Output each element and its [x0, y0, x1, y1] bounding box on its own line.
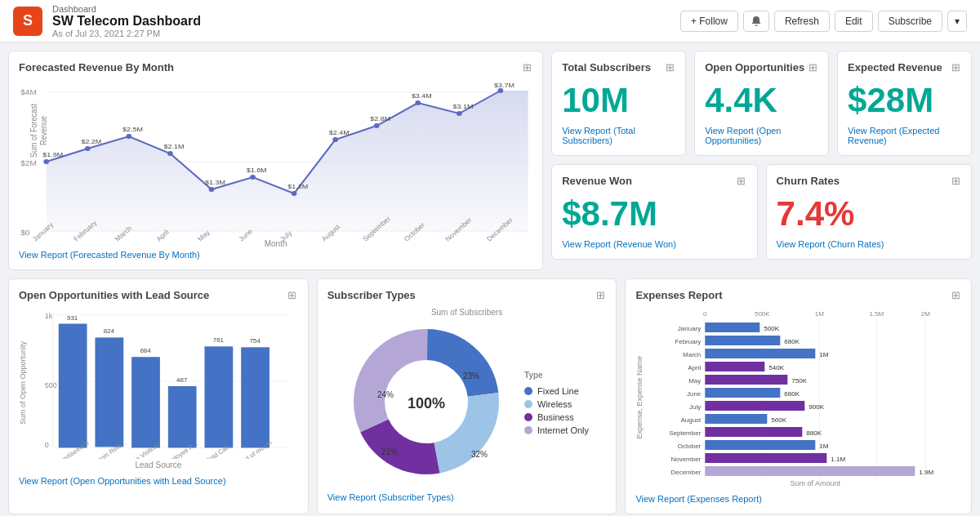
subscriber-types-title: Subscriber Types [327, 289, 607, 301]
svg-point-23 [126, 134, 131, 139]
open-opp-lead-title: Open Opportunities with Lead Source [19, 289, 298, 301]
svg-text:$2.8M: $2.8M [370, 114, 390, 122]
svg-text:754: 754 [249, 337, 261, 345]
svg-marker-8 [47, 91, 528, 231]
expenses-report-card: Expenses Report ⊞ Expense, Expense Name … [625, 278, 972, 514]
svg-rect-94 [706, 336, 781, 345]
y-axis-label: Sum of Open Opportunity [19, 341, 27, 425]
open-opportunities-title: Open Opportunities [705, 61, 818, 73]
app-logo: S [13, 7, 42, 36]
revenue-won-title: Revenue Won [562, 175, 746, 187]
refresh-button[interactable]: Refresh [774, 11, 830, 32]
expected-revenue-view-report[interactable]: View Report (Expected Revenue) [848, 126, 961, 145]
open-opportunities-view-report[interactable]: View Report (Open Opportunities) [705, 126, 818, 145]
svg-text:680K: 680K [785, 338, 800, 345]
expand-icon[interactable]: ⊞ [662, 60, 677, 74]
svg-text:Sum of Forecast: Sum of Forecast [29, 104, 39, 158]
internet-only-label: Internet Only [537, 425, 589, 435]
svg-text:September: September [670, 429, 702, 437]
expected-revenue-title: Expected Revenue [848, 61, 961, 73]
donut-subtitle: Sum of Subscribers [327, 308, 607, 317]
page-title: SW Telecom Dashboard [52, 14, 680, 29]
breadcrumb: Dashboard [52, 4, 680, 14]
svg-text:March: March [683, 351, 701, 358]
notification-button[interactable] [743, 11, 769, 32]
header-actions: + Follow Refresh Edit Subscribe ▾ [680, 11, 967, 32]
forecasted-revenue-view-report[interactable]: View Report (Forecasted Revenue By Month… [19, 250, 532, 260]
svg-rect-124 [706, 466, 915, 476]
svg-text:2M: 2M [921, 310, 930, 318]
expand-icon[interactable]: ⊞ [805, 60, 820, 74]
follow-button[interactable]: + Follow [680, 11, 738, 32]
subscriber-types-card: Subscriber Types ⊞ Sum of Subscribers [317, 278, 617, 514]
svg-text:$1.9M: $1.9M [42, 150, 63, 158]
churn-rates-view-report[interactable]: View Report (Churn Rates) [777, 239, 961, 249]
svg-text:$2.2M: $2.2M [81, 137, 101, 145]
expenses-view-report[interactable]: View Report (Expenses Report) [635, 494, 961, 504]
expand-icon[interactable]: ⊞ [948, 173, 963, 188]
header-title-area: Dashboard SW Telecom Dashboard As of Jul… [52, 4, 680, 38]
svg-point-29 [374, 123, 380, 128]
svg-text:23%: 23% [463, 371, 479, 380]
revenue-won-view-report[interactable]: View Report (Revenue Won) [562, 239, 746, 249]
svg-text:$2.1M: $2.1M [164, 142, 185, 149]
expand-icon[interactable]: ⊞ [285, 287, 300, 302]
svg-point-26 [250, 175, 256, 180]
subscriber-types-view-report[interactable]: View Report (Subscriber Types) [327, 492, 607, 502]
svg-text:January: January [678, 325, 701, 332]
svg-text:November: November [671, 456, 702, 463]
edit-button[interactable]: Edit [835, 11, 873, 32]
forecasted-revenue-chart: $4M $2M $0 Sum of Forecast Revenue [19, 80, 532, 243]
svg-text:1k: 1k [45, 312, 53, 320]
svg-rect-109 [706, 401, 805, 411]
churn-rates-value: 7.4% [777, 195, 961, 233]
bell-icon [751, 16, 762, 27]
forecasted-revenue-card: Forecasted Revenue By Month ⊞ $4M $2M $0… [8, 51, 543, 270]
svg-text:931: 931 [67, 314, 78, 322]
business-label: Business [537, 412, 574, 422]
svg-text:$0: $0 [20, 229, 29, 237]
total-subscribers-title: Total Subscribers [562, 61, 675, 73]
expand-icon[interactable]: ⊞ [734, 173, 749, 188]
open-opp-lead-view-report[interactable]: View Report (Open Opportunities with Lea… [19, 476, 298, 486]
svg-point-30 [415, 100, 421, 105]
total-subscribers-view-report[interactable]: View Report (Total Subscribers) [562, 126, 675, 145]
svg-point-28 [332, 137, 338, 142]
svg-text:$4M: $4M [20, 88, 37, 96]
svg-rect-115 [706, 427, 803, 437]
fixed-line-dot [524, 387, 532, 395]
svg-text:24%: 24% [377, 390, 394, 399]
expand-icon[interactable]: ⊞ [948, 287, 963, 302]
open-opportunities-value: 4.4K [705, 82, 818, 119]
expected-revenue-card: Expected Revenue ⊞ $28M View Report (Exp… [837, 51, 972, 156]
svg-point-32 [498, 88, 504, 93]
svg-text:1M: 1M [820, 351, 829, 358]
lead-source-x-label: Lead Source [19, 460, 298, 469]
svg-text:August: August [681, 416, 702, 424]
svg-rect-91 [706, 322, 760, 332]
more-button[interactable]: ▾ [947, 11, 967, 32]
subscribe-button[interactable]: Subscribe [878, 11, 942, 32]
svg-rect-121 [706, 453, 827, 463]
svg-rect-58 [168, 386, 197, 447]
svg-text:1.5M: 1.5M [870, 310, 884, 318]
svg-point-31 [457, 111, 462, 116]
svg-point-24 [167, 151, 173, 156]
expand-icon[interactable]: ⊞ [948, 60, 963, 74]
expand-icon[interactable]: ⊞ [593, 287, 608, 302]
legend-item-internet-only: Internet Only [524, 425, 589, 435]
donut-chart: 100% 23% 24% 21% 32% [345, 320, 508, 486]
svg-text:$1.2M: $1.2M [287, 182, 308, 189]
forecasted-revenue-title: Forecasted Revenue By Month [19, 61, 532, 73]
svg-text:$3.1M: $3.1M [452, 102, 473, 109]
svg-rect-52 [59, 324, 87, 448]
svg-rect-112 [706, 414, 768, 424]
bar-chart-wrapper: Sum of Open Opportunity 1k 500 0 931 [19, 308, 298, 459]
svg-text:$1.6M: $1.6M [247, 166, 267, 173]
svg-point-27 [292, 191, 297, 196]
donut-wrapper: 100% 23% 24% 21% 32% Type Fixed Line [327, 320, 607, 486]
svg-text:Sum of Amount: Sum of Amount [791, 479, 841, 487]
expand-icon[interactable]: ⊞ [519, 60, 534, 74]
svg-text:$3.7M: $3.7M [494, 81, 514, 88]
svg-rect-60 [204, 346, 233, 447]
